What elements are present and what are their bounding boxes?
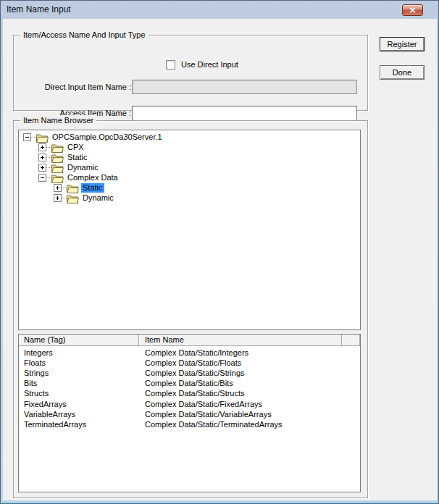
item-name-cell[interactable]: Complex Data/Static/Structs (139, 389, 342, 398)
item-name-cell[interactable]: Complex Data/Static/Integers (139, 348, 342, 358)
tree-item-label[interactable]: Static (81, 183, 104, 193)
title-bar[interactable]: Item Name Input (1, 1, 438, 19)
folder-icon (51, 153, 64, 162)
list-header: Name (Tag)Item Name (19, 335, 360, 346)
name-tag-cell[interactable]: Integers (19, 348, 139, 358)
window-title: Item Name Input (7, 4, 71, 14)
list-item-bits[interactable]: BitsComplex Data/Static/Bits (19, 379, 360, 389)
tree-item-complex-data[interactable]: Complex Data (19, 172, 360, 182)
tree-item-label[interactable]: Dynamic (66, 163, 100, 172)
dialog-window: Item Name Input Item/Access Name And Inp… (0, 0, 439, 504)
expand-plus-icon[interactable] (38, 143, 46, 151)
tree-item-dynamic[interactable]: Dynamic (19, 162, 360, 172)
item-access-name-group: Item/Access Name And Input Type Use Dire… (13, 35, 368, 111)
name-tag-cell[interactable]: Structs (19, 389, 139, 398)
tree-branch-dots (46, 147, 51, 148)
tree-branch-dots (46, 177, 51, 178)
list-item-terminatedarrays[interactable]: TerminatedArraysComplex Data/Static/Term… (19, 419, 360, 429)
tree-item-label[interactable]: Complex Data (66, 173, 120, 182)
list-item-fixedarrays[interactable]: FixedArraysComplex Data/Static/FixedArra… (19, 399, 360, 409)
dialog-client-area: Item/Access Name And Input Type Use Dire… (3, 19, 437, 500)
collapse-minus-icon[interactable] (23, 133, 31, 141)
expand-plus-icon[interactable] (54, 194, 62, 202)
name-tag-cell[interactable]: Strings (19, 369, 139, 378)
column-header-filler (342, 335, 360, 346)
item-name-cell[interactable]: Complex Data/Static/FixedArrays (139, 400, 342, 409)
tree-item-label[interactable]: Static (66, 153, 89, 162)
tree-item-opcsample-opcda30server-1[interactable]: OPCSample.OpcDa30Server.1 (19, 132, 360, 142)
column-header-item-name[interactable]: Item Name (139, 335, 342, 346)
tree-item-dynamic[interactable]: Dynamic (19, 193, 360, 203)
tree-item-static[interactable]: Static (19, 152, 360, 162)
folder-icon (67, 183, 79, 193)
tree-item-label[interactable]: OPCSample.OpcDa30Server.1 (51, 133, 164, 142)
list-item-strings[interactable]: StringsComplex Data/Static/Strings (19, 368, 360, 378)
item-name-browser-group-title: Item Name Browser (20, 115, 96, 125)
folder-icon (67, 193, 79, 203)
folder-icon (51, 143, 64, 152)
list-item-floats[interactable]: FloatsComplex Data/Static/Floats (19, 358, 360, 368)
name-tag-cell[interactable]: Floats (19, 358, 139, 368)
register-button[interactable]: Register (380, 37, 425, 51)
expand-plus-icon[interactable] (54, 184, 62, 192)
folder-icon (51, 173, 64, 182)
tree-branch-dots (62, 198, 67, 198)
use-direct-input-label[interactable]: Use Direct Input (181, 60, 238, 70)
tree-branch-dots (46, 157, 51, 158)
tree-item-label[interactable]: Dynamic (81, 193, 115, 203)
expand-plus-icon[interactable] (38, 164, 46, 172)
column-header-name-tag-[interactable]: Name (Tag) (19, 335, 139, 346)
item-name-list[interactable]: Name (Tag)Item Name IntegersComplex Data… (18, 334, 361, 492)
folder-icon (51, 163, 64, 172)
tree-item-cpx[interactable]: CPX (19, 142, 360, 152)
close-icon (409, 7, 416, 13)
item-name-cell[interactable]: Complex Data/Static/Strings (139, 369, 342, 378)
tree-items: OPCSample.OpcDa30Server.1CPXStaticDynami… (19, 132, 360, 203)
item-name-cell[interactable]: Complex Data/Static/TerminatedArrays (139, 420, 342, 429)
list-rows: IntegersComplex Data/Static/IntegersFloa… (19, 346, 360, 430)
name-tag-cell[interactable]: VariableArrays (19, 410, 139, 419)
tree-item-label[interactable]: CPX (66, 143, 85, 152)
name-tag-cell[interactable]: Bits (19, 379, 139, 388)
use-direct-input-checkbox[interactable] (166, 60, 175, 70)
tree-item-static[interactable]: Static (19, 182, 360, 193)
name-tag-cell[interactable]: FixedArrays (19, 400, 139, 409)
list-item-structs[interactable]: StructsComplex Data/Static/Structs (19, 389, 360, 399)
item-name-cell[interactable]: Complex Data/Static/Bits (139, 379, 342, 388)
collapse-minus-icon[interactable] (38, 174, 46, 182)
expand-plus-icon[interactable] (38, 154, 46, 161)
tree-branch-dots (62, 188, 67, 188)
item-access-name-group-title: Item/Access Name And Input Type (20, 30, 149, 40)
tree-branch-dots (31, 137, 36, 138)
list-item-integers[interactable]: IntegersComplex Data/Static/Integers (19, 348, 360, 358)
tree-branch-dots (46, 167, 51, 168)
list-item-variablearrays[interactable]: VariableArraysComplex Data/Static/Variab… (19, 409, 360, 419)
direct-input-item-name-field[interactable] (132, 80, 357, 94)
item-name-cell[interactable]: Complex Data/Static/Floats (139, 358, 342, 368)
close-button[interactable] (402, 4, 423, 16)
folder-icon (36, 133, 49, 142)
name-tag-cell[interactable]: TerminatedArrays (19, 420, 139, 429)
done-button[interactable]: Done (380, 65, 425, 80)
direct-input-item-name-label: Direct Input Item Name : (22, 82, 131, 92)
access-item-name-field[interactable] (132, 106, 357, 121)
item-name-cell[interactable]: Complex Data/Static/VariableArrays (139, 410, 342, 419)
item-name-tree[interactable]: OPCSample.OpcDa30Server.1CPXStaticDynami… (18, 130, 361, 330)
